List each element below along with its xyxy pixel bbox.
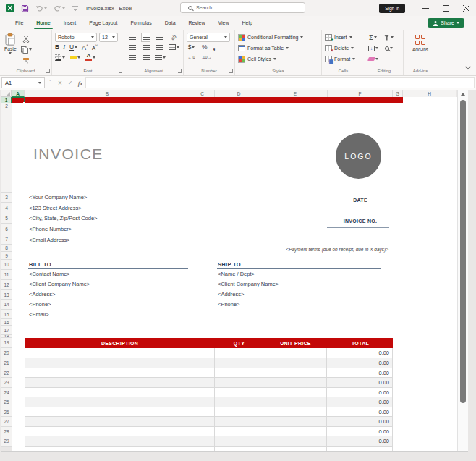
column-header-f[interactable]: F bbox=[328, 90, 393, 97]
ship-to-line[interactable]: <Name / Dept> bbox=[218, 271, 255, 277]
cell-total[interactable]: 0.00 bbox=[327, 348, 392, 358]
cell-description[interactable] bbox=[25, 417, 215, 426]
bill-to-label[interactable]: BILL TO bbox=[29, 261, 51, 268]
ship-to-line[interactable]: <Address> bbox=[218, 291, 244, 297]
cell-description[interactable] bbox=[25, 348, 215, 358]
align-right-button[interactable] bbox=[155, 43, 164, 52]
copy-button[interactable] bbox=[21, 45, 32, 54]
company-line[interactable]: <123 Street Address> bbox=[29, 205, 82, 211]
cell-unit-price[interactable] bbox=[263, 436, 328, 446]
cell-description[interactable] bbox=[25, 436, 215, 446]
font-dialog-launcher-icon[interactable] bbox=[119, 69, 122, 73]
row-header-5[interactable]: 5 bbox=[1, 213, 12, 224]
addins-button[interactable]: Add-ins bbox=[404, 32, 437, 52]
company-line[interactable]: <Email Address> bbox=[29, 237, 70, 243]
cell-unit-price[interactable] bbox=[263, 427, 328, 436]
row-header-3[interactable]: 3 bbox=[1, 193, 12, 203]
orientation-button[interactable]: ab bbox=[169, 33, 178, 42]
paste-button[interactable]: Paste bbox=[4, 33, 17, 65]
column-header-a[interactable]: A bbox=[12, 90, 25, 97]
maximize-button[interactable] bbox=[435, 0, 456, 16]
cell-unit-price[interactable] bbox=[263, 358, 328, 368]
increase-indent-button[interactable] bbox=[141, 53, 150, 62]
wrap-text-button[interactable] bbox=[155, 53, 166, 62]
scrollbar-thumb[interactable] bbox=[460, 100, 466, 403]
collapse-ribbon-icon[interactable] bbox=[464, 66, 472, 71]
cell-qty[interactable] bbox=[215, 388, 263, 397]
row-header-14[interactable]: 14 bbox=[1, 300, 12, 310]
align-middle-button[interactable] bbox=[141, 33, 150, 42]
cell-qty[interactable] bbox=[215, 427, 263, 436]
italic-button[interactable]: I bbox=[63, 43, 65, 51]
invoice-top-banner[interactable] bbox=[12, 97, 403, 103]
increase-font-button[interactable]: A˄ bbox=[82, 43, 88, 51]
minimize-button[interactable] bbox=[415, 0, 435, 16]
table-row[interactable]: 0.00 bbox=[25, 368, 393, 378]
insert-cells-button[interactable]: + Insert bbox=[322, 32, 365, 43]
cell-qty[interactable] bbox=[215, 397, 263, 407]
row-header-10[interactable]: 10 bbox=[1, 260, 12, 270]
alignment-dialog-launcher-icon[interactable] bbox=[178, 69, 182, 73]
cell-styles-button[interactable]: Cell Styles bbox=[235, 54, 321, 64]
table-row[interactable]: 0.00 bbox=[25, 427, 393, 436]
font-name-select[interactable]: Roboto bbox=[55, 33, 97, 42]
decrease-font-button[interactable]: A˅ bbox=[92, 43, 98, 51]
row-header-13[interactable]: 13 bbox=[1, 290, 12, 300]
invoice-title[interactable]: INVOICE bbox=[33, 145, 103, 163]
cell-description[interactable] bbox=[25, 397, 215, 407]
tab-help[interactable]: Help bbox=[236, 17, 259, 28]
number-dialog-launcher-icon[interactable] bbox=[229, 69, 233, 73]
enter-icon[interactable]: ✓ bbox=[65, 80, 75, 86]
vertical-scrollbar[interactable] bbox=[457, 90, 468, 451]
row-header-21[interactable]: 21 bbox=[1, 358, 12, 368]
cell-total[interactable]: 0.00 bbox=[327, 388, 392, 397]
cell-unit-price[interactable] bbox=[263, 368, 328, 377]
delete-cells-button[interactable]: × Delete bbox=[322, 43, 365, 54]
table-row[interactable]: 0.00 bbox=[25, 378, 393, 388]
cell-total[interactable]: 0.00 bbox=[327, 436, 392, 446]
row-header-16[interactable]: 16 bbox=[1, 319, 12, 326]
cell-unit-price[interactable] bbox=[263, 378, 328, 387]
table-row[interactable]: 0.00 bbox=[25, 407, 393, 417]
cell-total[interactable]: 0.00 bbox=[327, 358, 392, 368]
comma-style-button[interactable]: , bbox=[213, 43, 216, 51]
cell-description[interactable] bbox=[25, 378, 215, 387]
clipboard-dialog-launcher-icon[interactable] bbox=[46, 69, 50, 73]
increase-decimal-button[interactable]: ←.0 bbox=[187, 53, 196, 62]
row-header-17[interactable]: 17 bbox=[1, 326, 12, 335]
table-row[interactable]: 0.00 bbox=[25, 436, 393, 447]
row-header-4[interactable]: 4 bbox=[1, 203, 12, 213]
active-cell-a1[interactable] bbox=[12, 97, 25, 103]
cell-qty[interactable] bbox=[215, 378, 263, 387]
search-box[interactable]: Search bbox=[180, 2, 305, 13]
customize-qat-icon[interactable] bbox=[72, 5, 79, 12]
font-size-select[interactable]: 12 bbox=[99, 33, 118, 42]
name-box[interactable]: A1 bbox=[1, 77, 45, 88]
logo-placeholder[interactable]: LOGO bbox=[336, 133, 381, 179]
row-header-1[interactable]: 1 bbox=[1, 97, 12, 103]
sort-filter-button[interactable] bbox=[383, 33, 394, 42]
cell-unit-price[interactable] bbox=[263, 397, 328, 407]
row-header-24[interactable]: 24 bbox=[1, 388, 12, 397]
ship-to-line[interactable]: <Client Company Name> bbox=[218, 281, 279, 287]
tab-file[interactable]: File bbox=[9, 17, 30, 28]
column-header-c[interactable]: C bbox=[190, 90, 215, 97]
fill-color-button[interactable] bbox=[70, 53, 80, 62]
row-header-7[interactable]: 7 bbox=[1, 234, 12, 245]
cell-qty[interactable] bbox=[215, 436, 263, 446]
currency-button[interactable]: $ bbox=[187, 43, 196, 52]
tab-data[interactable]: Data bbox=[158, 17, 182, 28]
fill-handle[interactable] bbox=[23, 102, 25, 104]
column-header-d[interactable]: D bbox=[215, 90, 263, 97]
undo-dropdown-icon[interactable] bbox=[44, 7, 47, 9]
decrease-indent-button[interactable] bbox=[127, 53, 137, 62]
cell-total[interactable]: 0.00 bbox=[327, 368, 392, 377]
row-header-12[interactable]: 12 bbox=[1, 280, 12, 290]
cancel-icon[interactable]: × bbox=[55, 79, 65, 87]
fx-icon[interactable]: fx bbox=[75, 80, 85, 87]
row-header-28[interactable]: 28 bbox=[1, 427, 12, 436]
underline-button[interactable]: U bbox=[69, 43, 78, 52]
fill-button[interactable]: ↓ bbox=[368, 43, 378, 53]
formula-input[interactable] bbox=[85, 77, 475, 88]
tab-formulas[interactable]: Formulas bbox=[124, 17, 158, 28]
